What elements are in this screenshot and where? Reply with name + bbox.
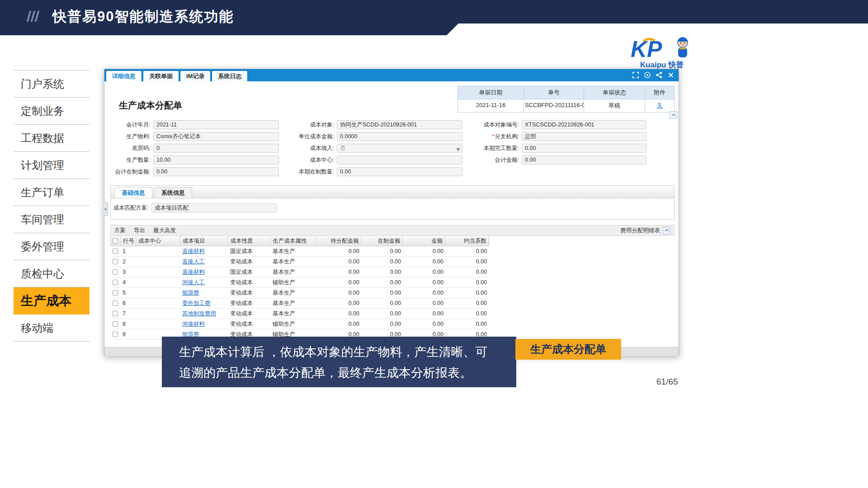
cell-coefficient: 0.00 (446, 321, 489, 327)
caption-box: 生产成本计算后 ，依成本对象的生产物料，产生清晰、可追溯的产品生产成本分配单，最… (162, 337, 516, 387)
toolbar-button[interactable]: 最大高度 (153, 227, 176, 235)
table-row[interactable]: 2 直接人工 变动成本 基本生产 0.00 0.00 0.00 0.00 (110, 257, 489, 267)
row-checkbox[interactable] (113, 300, 118, 306)
share-icon[interactable] (656, 72, 662, 78)
form-field: 生产数量: 10.00 (109, 154, 279, 166)
collapse-header-button[interactable] (670, 111, 677, 119)
col-header[interactable]: 成本中心 (136, 236, 180, 246)
toolbar-button[interactable]: 方案 (114, 227, 126, 235)
sidebar-item-label: 工程数据 (21, 132, 64, 144)
sidebar-item[interactable]: 工程数据 (14, 125, 90, 152)
window-tab[interactable]: 关联单据 (143, 70, 179, 81)
form-field-input[interactable]: 0.00 (153, 167, 279, 176)
row-checkbox[interactable] (113, 311, 118, 316)
form-field: 成本填入: 否 (280, 142, 462, 154)
form-field-input[interactable]: 0 (153, 144, 279, 153)
window-controls (632, 72, 674, 78)
subtab[interactable]: 基础信息 (114, 187, 152, 198)
cell-line-no: 6 (120, 300, 136, 306)
form-field-input[interactable]: 0.0000 (337, 132, 462, 141)
attachment-link[interactable]: 无 (645, 99, 674, 112)
row-checkbox[interactable] (113, 290, 118, 296)
cell-coefficient: 0.00 (446, 248, 489, 254)
window-tab[interactable]: IM记录 (180, 70, 211, 81)
row-checkbox[interactable] (113, 249, 118, 254)
form-field-input[interactable]: 总部 (522, 132, 646, 141)
row-checkbox[interactable] (113, 259, 118, 264)
panel-collapse-handle[interactable] (104, 202, 108, 216)
sidebar-item[interactable]: 门户系统 (14, 70, 90, 98)
basic-info-panel: 基础信息 系统信息 成本匹配方案: 成本项目匹配 (110, 185, 675, 220)
form-field-input[interactable] (337, 155, 462, 164)
sidebar-item[interactable]: 生产成本 (14, 287, 90, 314)
toolbar-button[interactable]: 导出 (134, 227, 145, 235)
cost-item-link[interactable]: 间接人工 (182, 279, 205, 286)
cell-amount: 0.00 (403, 269, 446, 275)
col-header[interactable]: 约当系数 (445, 236, 489, 246)
table-row[interactable]: 1 直接材料 固定成本 基本生产 0.00 0.00 0.00 0.00 (110, 246, 489, 257)
form-field-input[interactable]: 协同生产SCDD-20210926-001 (337, 120, 462, 129)
table-row[interactable]: 7 其他制造费用 变动成本 基本生产 0.00 0.00 0.00 0.00 (110, 309, 489, 319)
sidebar-item[interactable]: 生产订单 (14, 179, 90, 206)
sidebar-item[interactable]: 车间管理 (14, 206, 90, 233)
form-field-label: 分支机构: (468, 133, 522, 141)
form-field-input[interactable]: 0.00 (522, 155, 646, 164)
col-header[interactable]: 金额 (403, 236, 445, 246)
fullscreen-icon[interactable] (632, 72, 639, 78)
collapse-grid-button[interactable] (663, 227, 670, 235)
form-field-input[interactable]: 10.00 (153, 155, 279, 164)
sidebar-item[interactable]: 移动端 (14, 314, 90, 342)
kp-monogram-icon: K P (631, 37, 670, 61)
row-checkbox[interactable] (113, 269, 118, 275)
cost-item-link[interactable]: 间接材料 (182, 320, 205, 328)
form-field-input[interactable]: 否 (337, 144, 462, 153)
cost-match-input[interactable]: 成本项目匹配 (151, 203, 277, 212)
cost-item-link[interactable]: 委外加工费 (182, 300, 211, 307)
form-field-input[interactable]: XTSCSCDD-20210926-001 (522, 120, 646, 129)
window-tab[interactable]: 详细信息 (106, 70, 142, 81)
form-field-input[interactable]: 2021-11 (153, 120, 279, 129)
sidebar-item[interactable]: 质检中心 (14, 260, 90, 287)
table-row[interactable]: 3 直接材料 固定成本 基本生产 0.00 0.00 0.00 0.00 (110, 267, 489, 277)
col-header[interactable]: 生产成本属性 (270, 236, 316, 246)
window-tab[interactable]: 系统日志 (212, 70, 248, 81)
form-field-input[interactable]: Comix齐心笔记本 (153, 132, 279, 141)
table-row[interactable]: 5 能源费 变动成本 基本生产 0.00 0.00 0.00 0.00 (110, 288, 489, 298)
col-header[interactable]: 在制金额 (362, 236, 403, 246)
sidebar-item[interactable]: 计划管理 (14, 152, 90, 179)
form-field-label: 成本对象编号: (468, 121, 522, 129)
slide: 快普易90智能制造系统功能 K P Kuaipu 快普 门户系统 (0, 0, 868, 488)
cost-item-link[interactable]: 能源费 (182, 289, 199, 297)
table-row[interactable]: 8 间接材料 变动成本 辅助生产 0.00 0.00 0.00 0.00 (110, 319, 489, 329)
cell-amount: 0.00 (403, 258, 446, 265)
cost-item-link[interactable]: 其他制造费用 (182, 310, 216, 318)
im-icon[interactable] (644, 72, 651, 78)
row-checkbox[interactable] (113, 280, 118, 285)
col-header[interactable]: 行号 (121, 236, 136, 246)
cell-wip-amount: 0.00 (362, 269, 403, 275)
cell-amount: 0.00 (403, 290, 446, 296)
row-checkbox[interactable] (113, 332, 118, 337)
sidebar-item[interactable]: 委外管理 (14, 233, 90, 260)
close-icon[interactable] (668, 72, 674, 78)
col-header[interactable]: 待分配金额 (316, 236, 362, 246)
form-field-label: 底层码: (109, 145, 153, 152)
select-all-checkbox[interactable] (113, 238, 118, 244)
sidebar-item[interactable]: 定制业务 (14, 98, 90, 125)
cost-item-link[interactable]: 直接材料 (182, 268, 205, 276)
form-field: 成本对象: 协同生产SCDD-20210926-001 (280, 119, 462, 131)
col-header[interactable]: 成本项目 (180, 236, 228, 246)
form-field-input[interactable]: 0.00 (522, 144, 646, 153)
row-checkbox[interactable] (113, 321, 118, 327)
kuaipu-logo: K P Kuaipu 快普 (627, 35, 696, 70)
detail-report-label[interactable]: 费用分配明细表 (621, 227, 660, 235)
form-field-input[interactable]: 0.00 (337, 167, 462, 176)
subtab[interactable]: 系统信息 (154, 187, 192, 198)
doc-col-header: 附件 (645, 86, 674, 99)
cost-item-link[interactable]: 直接材料 (182, 248, 205, 255)
col-header[interactable]: 成本性质 (228, 236, 270, 246)
window-tabbar: 详细信息 关联单据 IM记录 系统日志 (104, 69, 679, 81)
table-row[interactable]: 4 间接人工 变动成本 辅助生产 0.00 0.00 0.00 0.00 (110, 277, 489, 288)
cost-item-link[interactable]: 直接人工 (182, 258, 205, 266)
table-row[interactable]: 6 委外加工费 变动成本 基本生产 0.00 0.00 0.00 0.00 (110, 298, 489, 309)
